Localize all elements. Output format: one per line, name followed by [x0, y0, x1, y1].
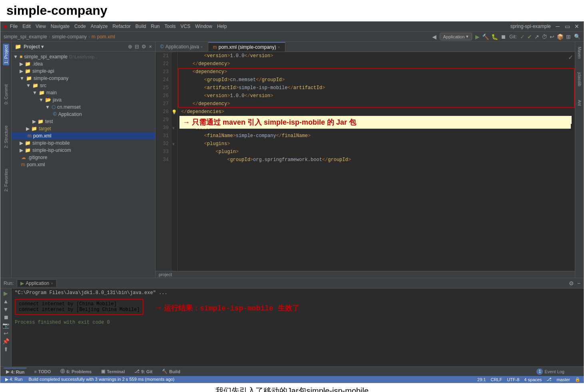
camera-icon[interactable]: 📷	[2, 322, 9, 328]
menu-vcs[interactable]: VCS	[181, 24, 191, 29]
git-history-icon[interactable]: ⏱	[542, 34, 547, 40]
tree-item-target[interactable]: ▶ 📁 target	[12, 125, 155, 132]
settings-icon[interactable]: ⚙	[142, 44, 146, 50]
sidebar-tab-commit[interactable]: 0: Commit	[3, 83, 9, 106]
tree-item-test[interactable]: ▶ 📁 test	[12, 118, 155, 125]
run-button[interactable]: ▶	[475, 34, 480, 40]
root-pom-label: pom.xml	[27, 162, 45, 167]
tree-item-src[interactable]: ▼ 📁 src	[12, 82, 155, 89]
minimize-panel-icon[interactable]: −	[577, 280, 580, 287]
tree-item-pom[interactable]: m pom.xml	[12, 132, 155, 139]
tab-problems[interactable]: ⓪ 6: Problems	[58, 368, 94, 375]
debug-icon[interactable]: 🐛	[491, 34, 498, 40]
indent-label[interactable]: 4 spaces	[524, 377, 542, 382]
tree-item-java[interactable]: ▼ 📂 java	[12, 96, 155, 103]
menu-build[interactable]: Build	[136, 24, 146, 29]
tab-todo[interactable]: ≡ TODO	[32, 368, 53, 375]
tab-pom-close[interactable]: ×	[278, 45, 280, 50]
sidebar-tab-favorites[interactable]: 2: Favorites	[3, 167, 9, 193]
minimize-button[interactable]: ─	[554, 23, 561, 30]
breadcrumb-module[interactable]: simple-company	[52, 34, 87, 40]
breadcrumb-root[interactable]: simple_spi_example	[4, 34, 47, 40]
filter-icon[interactable]: ⬆	[4, 346, 8, 352]
restore-button[interactable]: ▭	[564, 23, 571, 30]
run-tab-close[interactable]: ×	[51, 281, 53, 286]
menu-navigate[interactable]: Navigate	[51, 24, 70, 29]
stop-icon[interactable]: ⏹	[500, 34, 506, 40]
ant-tab[interactable]: Ant	[576, 98, 582, 107]
event-log-label[interactable]: Event Log	[544, 369, 564, 374]
run-status-icon[interactable]: ▶ 4: Run	[4, 376, 24, 382]
scroll-up-icon[interactable]: ▲	[3, 298, 9, 304]
menu-view[interactable]: View	[36, 24, 46, 29]
menu-tools[interactable]: Tools	[165, 24, 176, 29]
tree-item-gitignore[interactable]: ☁ .gitignore	[12, 154, 155, 161]
menu-code[interactable]: Code	[74, 24, 86, 29]
collapse-icon[interactable]: ⊟	[135, 44, 139, 50]
code-content[interactable]: <version>1.0.0</version> </dependency> <…	[178, 52, 575, 271]
git-tab-text: 9: Git	[141, 369, 152, 374]
menu-refactor[interactable]: Refactor	[112, 24, 130, 29]
tree-item-idea[interactable]: ▶ 📁 .idea	[12, 60, 155, 68]
search-icon[interactable]: 🔍	[574, 34, 580, 40]
settings-icon[interactable]: ⚙	[569, 280, 574, 287]
git-shelf-icon[interactable]: 📦	[557, 34, 564, 40]
bottom-caption: 我们先引入了移动的Jar包simple-isp-mobile	[0, 383, 584, 392]
git-diff-icon[interactable]: ⊞	[566, 34, 571, 40]
tree-item-simple-company[interactable]: ▼ 📁 simple-company	[12, 75, 155, 82]
menu-window[interactable]: Window	[195, 24, 212, 29]
add-icon[interactable]: ⊕	[128, 44, 132, 50]
tree-item-root[interactable]: ▼ ■ simple_spi_example D:\Laso\yssp...	[12, 53, 155, 60]
git-push-icon[interactable]: ↗	[534, 34, 539, 40]
tree-item-mobile[interactable]: ▶ 📁 simple-isp-mobile	[12, 139, 155, 147]
menu-help[interactable]: Help	[217, 24, 227, 29]
run-config-button[interactable]: Application ▾	[440, 33, 472, 40]
page-heading: simple-company	[0, 0, 584, 21]
wrap-icon[interactable]: ↩	[4, 330, 8, 336]
tree-item-unicom[interactable]: ▶ 📁 simple-isp-unicom	[12, 147, 155, 154]
tab-pom[interactable]: m pom.xml (simple-company) ×	[208, 42, 285, 52]
code-editor[interactable]: 21 22 23 24 25 26 27 28 29 30 31 32 33 3…	[155, 52, 575, 271]
menu-edit[interactable]: Edit	[22, 24, 31, 29]
tree-item-simple-api[interactable]: ▶ 📁 simple-api	[12, 68, 155, 75]
menu-run[interactable]: Run	[151, 24, 160, 29]
close-panel-icon[interactable]: ×	[149, 44, 152, 50]
tab-git[interactable]: ⎇ 9: Git	[132, 368, 155, 375]
line-separator[interactable]: CRLF	[490, 377, 502, 382]
run-tab-application[interactable]: ▶ Application ×	[17, 279, 57, 287]
git-check-icon[interactable]: ✔	[527, 34, 532, 40]
stop-run-icon[interactable]: ⏹	[3, 314, 9, 320]
tree-item-package[interactable]: ▼ ⬡ cn.memset	[12, 103, 155, 111]
git-revert-icon[interactable]: ↩	[550, 34, 554, 40]
left-sidebar-strip: 1: Project 0: Commit 2: Structure 2: Fav…	[0, 42, 12, 278]
tree-item-main[interactable]: ▼ 📁 main	[12, 89, 155, 96]
tab-build[interactable]: 🔨 Build	[159, 368, 183, 375]
menu-analyze[interactable]: Analyze	[91, 24, 108, 29]
nav-back-icon[interactable]: ◀	[432, 34, 437, 40]
tab-run[interactable]: ▶ 4: Run	[4, 368, 27, 375]
cursor-position[interactable]: 29:1	[477, 377, 486, 382]
branch-name[interactable]: master	[556, 377, 570, 382]
build-icon[interactable]: 🔨	[482, 34, 489, 40]
tab-application[interactable]: © Application.java ×	[155, 42, 208, 51]
title-bar: ■ File Edit View Navigate Code Analyze R…	[0, 22, 584, 32]
menu-file[interactable]: File	[10, 24, 18, 29]
unicom-label: simple-isp-unicom	[32, 147, 71, 153]
sidebar-tab-project[interactable]: 1: Project	[3, 44, 9, 65]
jclasslib-tab[interactable]: jclasslib	[576, 71, 582, 88]
rerun-icon[interactable]: ▶	[4, 290, 8, 296]
maven-tab[interactable]: Maven	[576, 45, 582, 60]
run-panel-header: Run: ▶ Application × ⚙ −	[0, 278, 584, 289]
close-button[interactable]: ✕	[573, 23, 580, 30]
git-tick-icon[interactable]: ✓	[520, 34, 525, 40]
sidebar-tab-structure[interactable]: 2: Structure	[3, 124, 9, 150]
scroll-down-icon[interactable]: ▼	[3, 306, 9, 312]
tab-terminal[interactable]: ▣ Terminal	[99, 368, 127, 375]
tree-item-root-pom[interactable]: m pom.xml	[12, 161, 155, 168]
tab-application-close[interactable]: ×	[201, 45, 203, 49]
tree-item-application[interactable]: © Application	[12, 111, 155, 118]
pin-icon[interactable]: 📌	[2, 338, 9, 344]
breadcrumb-file[interactable]: m pom.xml	[92, 34, 115, 40]
encoding-label[interactable]: UTF-8	[507, 377, 519, 382]
run-arrow-icon: →	[155, 303, 161, 313]
